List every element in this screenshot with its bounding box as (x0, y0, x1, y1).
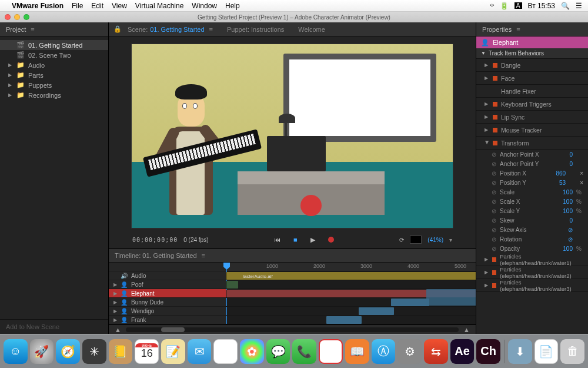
track-frank[interactable]: ▶👤Frank (109, 316, 226, 324)
behavior-lip-sync[interactable]: ▶Lip Sync (476, 111, 588, 124)
stage-canvas[interactable] (131, 44, 453, 228)
project-item-audio[interactable]: ▶📁Audio (0, 60, 108, 70)
menu-virtual-machine[interactable]: Virtual Machine (135, 2, 184, 10)
loop-button[interactable]: ⟳ (399, 237, 404, 243)
project-item-recordings[interactable]: ▶📁Recordings (0, 90, 108, 100)
zoom-level[interactable]: (41%) (427, 237, 443, 243)
dock-contacts[interactable]: 📒 (109, 339, 133, 364)
dock-after-effects[interactable]: Ae (450, 339, 475, 364)
project-item-parts[interactable]: ▶📁Parts (0, 70, 108, 80)
reset-icon[interactable]: × (580, 180, 583, 186)
record-button[interactable] (328, 237, 334, 243)
dock-appstore[interactable]: Ⓐ (372, 339, 396, 364)
prop-position-y[interactable]: ⊘Position Y53× (476, 178, 588, 187)
dock-sysprefs[interactable]: ⚙︎ (397, 339, 422, 364)
reset-icon[interactable]: × (580, 170, 583, 177)
zoom-dropdown-icon[interactable]: ▾ (449, 237, 452, 243)
dock-char-animator[interactable]: Ch (476, 339, 500, 364)
clip-overlay[interactable] (426, 289, 476, 306)
clip-frank[interactable] (326, 316, 362, 324)
record-toggle-icon[interactable] (493, 102, 497, 107)
tab-menu-icon[interactable]: ≡ (209, 26, 213, 33)
dock-safari[interactable]: 🧭 (56, 339, 80, 364)
record-toggle-icon[interactable] (493, 63, 497, 68)
behavior-particles-3[interactable]: ▶Particles (elephant/head/trunk/water3) (476, 279, 588, 292)
stopwatch-icon[interactable]: ⊘ (492, 246, 496, 252)
zoom-out-icon[interactable]: ▲ (115, 326, 121, 333)
expand-arrow-icon[interactable]: ▶ (8, 92, 13, 98)
notification-icon[interactable]: ☰ (576, 2, 582, 10)
project-item-getting-started[interactable]: 🎬01. Getting Started (0, 40, 108, 50)
project-item-puppets[interactable]: ▶📁Puppets (0, 80, 108, 90)
prop-position-x[interactable]: ⊘Position X860× (476, 168, 588, 178)
dock-calendar[interactable]: июнь16 (135, 339, 159, 364)
track-wendigo[interactable]: ▶👤Wendigo (109, 307, 226, 316)
prop-skew[interactable]: ⊘Skew0 (476, 216, 588, 225)
menu-edit[interactable]: Edit (91, 2, 103, 10)
track-elephant[interactable]: ▶👤Elephant (109, 289, 226, 298)
record-toggle-icon[interactable] (493, 128, 497, 132)
prop-scale-y[interactable]: ⊘Scale Y100% (476, 206, 588, 216)
dock-photos[interactable]: ✿ (240, 339, 264, 364)
track-audio[interactable]: 🔊Audio (109, 271, 226, 280)
stopwatch-icon[interactable]: ⊘ (492, 227, 496, 233)
panel-menu-icon[interactable]: ≡ (516, 26, 520, 33)
dock-launchpad[interactable]: 🚀 (30, 339, 54, 364)
color-swatch[interactable] (410, 236, 422, 244)
expand-arrow-icon[interactable]: ▶ (8, 62, 13, 68)
prop-skew-axis[interactable]: ⊘Skew Axis⊘ (476, 225, 588, 234)
record-toggle-icon[interactable] (492, 283, 496, 288)
input-icon[interactable]: А (514, 2, 522, 9)
timeline-scrollbar[interactable]: ▲ ▲ (109, 324, 476, 334)
expand-arrow-icon[interactable]: ▶ (8, 82, 13, 88)
dock-preview[interactable]: 🖼 (213, 339, 238, 364)
stopwatch-icon[interactable]: ⊘ (492, 170, 496, 177)
stop-button[interactable]: ■ (293, 236, 298, 243)
record-toggle-icon[interactable] (493, 141, 497, 145)
prop-anchor-point-x[interactable]: ⊘Anchor Point X0 (476, 150, 588, 159)
prop-opacity[interactable]: ⊘Opacity100% (476, 244, 588, 253)
clip-poof[interactable] (226, 281, 238, 289)
behavior-particles-1[interactable]: ▶Particles (elephant/head/trunk/water1) (476, 253, 588, 266)
stopwatch-icon[interactable]: ⊘ (492, 198, 496, 205)
clock[interactable]: Вт 15:53 (528, 2, 555, 10)
dock-messages[interactable]: 💬 (266, 339, 290, 364)
dock-ibooks[interactable]: 📖 (345, 339, 369, 364)
track-bunny-dude[interactable]: ▶👤Bunny Dude (109, 298, 226, 307)
behavior-transform[interactable]: ▶Transform (476, 137, 588, 150)
timecode[interactable]: 00;00;00;00 (132, 237, 178, 243)
close-button[interactable] (5, 14, 11, 20)
prop-rotation[interactable]: ⊘Rotation⊘ (476, 234, 588, 244)
expand-arrow-icon[interactable]: ▶ (8, 72, 13, 78)
play-button[interactable]: ▶ (310, 236, 315, 244)
puppet-tab[interactable]: Puppet: Instructions (227, 26, 284, 33)
app-menu[interactable]: VMware Fusion (12, 2, 64, 10)
record-toggle-icon[interactable] (492, 257, 496, 262)
battery-icon[interactable]: 🔋 (500, 2, 509, 10)
stopwatch-icon[interactable]: ⊘ (492, 151, 496, 158)
dock-mail[interactable]: ✉︎ (188, 339, 212, 364)
project-item-scene-two[interactable]: 🎬02. Scene Two (0, 50, 108, 60)
dock-document[interactable]: 📄 (534, 339, 559, 364)
stopwatch-icon[interactable]: ⊘ (492, 189, 496, 195)
behaviors-section-header[interactable]: ▼Track Item Behaviors (476, 48, 588, 59)
zoom-in-icon[interactable]: ▲ (463, 326, 470, 333)
minimize-button[interactable] (14, 14, 20, 20)
dock-itunes[interactable]: ♫ (319, 339, 343, 364)
behavior-particles-2[interactable]: ▶Particles (elephant/head/trunk/water2) (476, 266, 588, 279)
timeline-menu-icon[interactable]: ≡ (202, 252, 205, 259)
dock-finder[interactable]: ☺ (4, 339, 28, 364)
menu-window[interactable]: Window (192, 2, 217, 10)
zoom-button[interactable] (24, 14, 29, 20)
behavior-handle-fixer[interactable]: Handle Fixer (476, 85, 588, 98)
menu-view[interactable]: View (112, 2, 127, 10)
behavior-dangle[interactable]: ▶Dangle (476, 59, 588, 72)
stopwatch-icon[interactable]: ⊘ (492, 208, 496, 214)
menu-file[interactable]: File (72, 2, 83, 10)
record-toggle-icon[interactable] (493, 115, 497, 120)
dock-vmware[interactable]: ⇆ (424, 339, 448, 364)
prop-scale-x[interactable]: ⊘Scale X100% (476, 197, 588, 206)
go-to-start-button[interactable]: ⏮ (274, 236, 280, 243)
scroll-thumb[interactable] (126, 327, 459, 332)
stopwatch-icon[interactable]: ⊘ (492, 161, 496, 167)
